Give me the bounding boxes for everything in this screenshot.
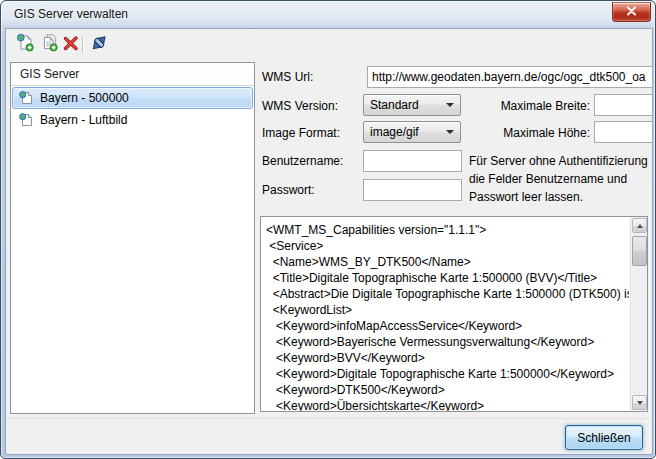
- scrollbar-thumb[interactable]: [632, 236, 647, 266]
- auth-hint-text: Für Server ohne Authentifizierung die Fe…: [469, 152, 648, 206]
- capabilities-text: <WMT_MS_Capabilities version="1.1.1"> <S…: [261, 217, 629, 411]
- close-dialog-button[interactable]: Schließen: [565, 425, 643, 450]
- xml-line: <Keyword>Digitale Topographische Karte 1…: [266, 366, 629, 382]
- server-list: Bayern - 500000 Bayern - Luftbild: [11, 87, 254, 413]
- server-page-icon: [18, 112, 34, 128]
- arrow-down-icon: [637, 401, 643, 405]
- max-height-input[interactable]: [594, 121, 653, 143]
- delete-server-icon: [62, 34, 80, 55]
- copy-server-icon: [40, 33, 59, 55]
- server-page-icon: [18, 90, 34, 106]
- wms-url-label: WMS Url:: [262, 70, 313, 84]
- xml-line: <Name>WMS_BY_DTK500</Name>: [266, 254, 629, 270]
- server-name: Bayern - 500000: [40, 91, 129, 105]
- wms-url-input[interactable]: [367, 66, 653, 88]
- max-height-label: Maximale Höhe:: [462, 126, 590, 140]
- add-server-icon: [16, 33, 35, 55]
- dialog-client-area: GIS Server Bayern - 500000 Bayern - Luft…: [5, 28, 653, 455]
- connect-server-icon: [89, 33, 109, 56]
- window-title: GIS Server verwalten: [14, 7, 128, 21]
- chevron-down-icon: [446, 103, 454, 107]
- image-format-value: image/gif: [370, 125, 442, 139]
- server-list-item[interactable]: Bayern - Luftbild: [12, 109, 253, 131]
- copy-server-button[interactable]: [39, 34, 59, 54]
- password-label: Passwort:: [262, 183, 315, 197]
- wms-version-select[interactable]: Standard: [363, 94, 461, 116]
- chevron-down-icon: [446, 130, 454, 134]
- xml-line: <Keyword>DTK500</Keyword>: [266, 382, 629, 398]
- add-server-button[interactable]: [15, 34, 35, 54]
- gis-server-dialog: GIS Server verwalten: [0, 0, 656, 459]
- footer-separator: [7, 418, 651, 419]
- scroll-up-button[interactable]: [632, 218, 647, 233]
- wms-version-value: Standard: [370, 98, 442, 112]
- xml-line: <Keyword>BVV</Keyword>: [266, 350, 629, 366]
- delete-server-button[interactable]: [61, 34, 81, 54]
- max-width-label: Maximale Breite:: [462, 99, 590, 113]
- xml-line: <Keyword>Übersichtskarte</Keyword>: [266, 398, 629, 411]
- capabilities-panel[interactable]: <WMT_MS_Capabilities version="1.1.1"> <S…: [260, 216, 648, 412]
- server-list-header[interactable]: GIS Server: [11, 63, 254, 86]
- xml-line: <KeywordList>: [266, 302, 629, 318]
- connect-server-button[interactable]: [89, 34, 109, 54]
- server-list-item[interactable]: Bayern - 500000: [12, 87, 253, 109]
- xml-line: <Keyword>infoMapAccessService</Keyword>: [266, 318, 629, 334]
- wms-version-label: WMS Version:: [262, 99, 338, 113]
- toolbar-separator: [82, 36, 83, 53]
- arrow-up-icon: [637, 224, 643, 228]
- xml-line: <WMT_MS_Capabilities version="1.1.1">: [266, 222, 629, 238]
- title-bar[interactable]: GIS Server verwalten: [1, 1, 655, 28]
- server-list-panel: GIS Server Bayern - 500000 Bayern - Luft…: [10, 62, 255, 414]
- close-icon: [626, 5, 637, 19]
- xml-line: <Service>: [266, 238, 629, 254]
- username-input[interactable]: [363, 150, 462, 172]
- username-label: Benutzername:: [262, 154, 343, 168]
- scroll-down-button[interactable]: [632, 395, 647, 410]
- image-format-label: Image Format:: [262, 126, 340, 140]
- window-close-button[interactable]: [612, 2, 651, 22]
- image-format-select[interactable]: image/gif: [363, 121, 461, 143]
- password-input[interactable]: [363, 179, 462, 201]
- xml-line: <Title>Digitale Topographische Karte 1:5…: [266, 270, 629, 286]
- capabilities-scrollbar[interactable]: [630, 217, 647, 411]
- max-width-input[interactable]: [594, 94, 653, 116]
- xml-line: <Keyword>Bayerische Vermessungsverwaltun…: [266, 334, 629, 350]
- xml-line: <Abstract>Die Digitale Topographische Ka…: [266, 286, 629, 302]
- server-name: Bayern - Luftbild: [40, 113, 127, 127]
